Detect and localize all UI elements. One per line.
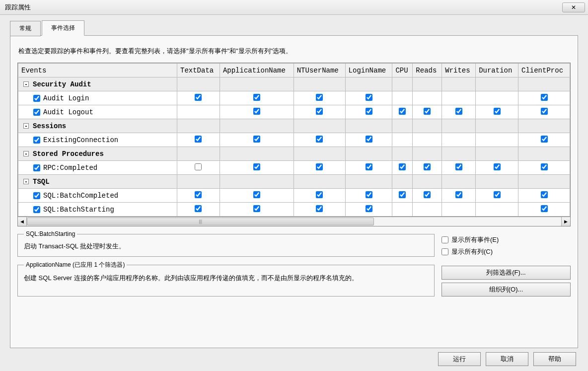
event-column-cell[interactable] [177, 203, 220, 217]
tab-events-selection[interactable]: 事件选择 [42, 20, 84, 36]
event-column-checkbox[interactable] [366, 191, 372, 198]
event-column-checkbox[interactable] [316, 205, 323, 212]
event-column-checkbox[interactable] [424, 163, 431, 170]
event-column-cell[interactable] [294, 189, 345, 203]
event-column-checkbox[interactable] [455, 108, 462, 115]
event-column-cell[interactable] [220, 133, 294, 147]
column-header[interactable]: Writes [442, 64, 476, 77]
event-column-cell[interactable] [442, 133, 476, 147]
event-column-cell[interactable] [518, 189, 570, 203]
event-column-checkbox[interactable] [366, 108, 372, 115]
event-column-cell[interactable] [442, 91, 476, 105]
event-enable-checkbox[interactable] [33, 109, 40, 116]
event-column-cell[interactable] [220, 105, 294, 119]
event-column-cell[interactable] [413, 203, 442, 217]
event-column-checkbox[interactable] [399, 163, 406, 170]
event-column-cell[interactable] [442, 105, 476, 119]
event-column-cell[interactable] [294, 91, 345, 105]
event-column-checkbox[interactable] [253, 136, 260, 143]
event-column-checkbox[interactable] [541, 163, 548, 170]
column-header[interactable]: CPU [392, 64, 413, 77]
event-column-cell[interactable] [476, 189, 518, 203]
event-column-cell[interactable] [177, 133, 220, 147]
tab-general[interactable]: 常规 [10, 21, 41, 36]
scroll-track[interactable]: ||| [27, 217, 561, 226]
event-column-cell[interactable] [392, 161, 413, 175]
event-column-checkbox[interactable] [494, 163, 501, 170]
column-header[interactable]: LoginName [345, 64, 392, 77]
event-column-checkbox[interactable] [541, 108, 548, 115]
event-enable-checkbox[interactable] [33, 95, 40, 102]
event-column-checkbox[interactable] [399, 108, 406, 115]
event-column-checkbox[interactable] [541, 191, 548, 198]
event-column-cell[interactable] [294, 105, 345, 119]
event-column-checkbox[interactable] [424, 191, 431, 198]
event-column-cell[interactable] [392, 105, 413, 119]
event-column-checkbox[interactable] [541, 94, 548, 101]
column-header[interactable]: ApplicationName [220, 64, 294, 77]
event-column-cell[interactable] [177, 189, 220, 203]
event-column-cell[interactable] [345, 91, 392, 105]
scroll-left-button[interactable]: ◀ [18, 217, 27, 226]
event-column-cell[interactable] [518, 161, 570, 175]
event-column-checkbox[interactable] [541, 205, 548, 212]
collapse-toggle-icon[interactable]: - [23, 179, 29, 184]
event-column-cell[interactable] [518, 91, 570, 105]
event-column-checkbox[interactable] [195, 205, 202, 212]
event-column-cell[interactable] [345, 133, 392, 147]
show-all-events-checkbox[interactable] [441, 236, 448, 243]
event-column-checkbox[interactable] [494, 108, 501, 115]
event-column-cell[interactable] [518, 203, 570, 217]
event-column-checkbox[interactable] [541, 136, 548, 143]
event-column-cell[interactable] [294, 161, 345, 175]
event-column-cell[interactable] [518, 105, 570, 119]
event-column-cell[interactable] [345, 161, 392, 175]
event-column-cell[interactable] [476, 161, 518, 175]
event-column-cell[interactable] [392, 133, 413, 147]
event-enable-checkbox[interactable] [33, 137, 40, 144]
event-column-checkbox[interactable] [253, 163, 260, 170]
event-column-cell[interactable] [442, 161, 476, 175]
horizontal-scrollbar[interactable]: ◀ ||| ▶ [17, 217, 571, 226]
event-enable-checkbox[interactable] [33, 192, 40, 199]
event-column-cell[interactable] [177, 161, 220, 175]
event-column-cell[interactable] [177, 91, 220, 105]
event-column-cell[interactable] [476, 105, 518, 119]
event-enable-checkbox[interactable] [33, 164, 40, 171]
show-all-columns-checkbox[interactable] [441, 248, 448, 255]
event-column-checkbox[interactable] [455, 163, 462, 170]
event-column-checkbox[interactable] [253, 191, 260, 198]
event-column-checkbox[interactable] [316, 136, 323, 143]
event-column-cell[interactable] [220, 203, 294, 217]
column-filters-button[interactable]: 列筛选器(F)... [441, 266, 571, 280]
column-header[interactable]: Events [18, 64, 177, 77]
event-column-checkbox[interactable] [253, 205, 260, 212]
collapse-toggle-icon[interactable]: - [23, 123, 29, 129]
event-column-checkbox[interactable] [366, 163, 372, 170]
event-column-checkbox[interactable] [253, 108, 260, 115]
event-column-cell[interactable] [345, 203, 392, 217]
collapse-toggle-icon[interactable]: - [23, 151, 29, 156]
event-column-cell[interactable] [294, 133, 345, 147]
event-column-cell[interactable] [518, 133, 570, 147]
event-column-checkbox[interactable] [195, 94, 202, 101]
event-column-checkbox[interactable] [316, 163, 323, 170]
event-column-cell[interactable] [413, 91, 442, 105]
collapse-toggle-icon[interactable]: - [23, 81, 29, 87]
event-column-cell[interactable] [413, 161, 442, 175]
event-column-cell[interactable] [392, 189, 413, 203]
event-column-cell[interactable] [413, 105, 442, 119]
close-button[interactable]: ✕ [562, 2, 585, 12]
help-button[interactable]: 帮助 [533, 352, 576, 366]
event-column-checkbox[interactable] [253, 94, 260, 101]
event-column-checkbox[interactable] [399, 191, 406, 198]
column-header[interactable]: TextData [177, 64, 220, 77]
show-all-events-option[interactable]: 显示所有事件(E) [441, 235, 571, 244]
event-column-cell[interactable] [345, 189, 392, 203]
event-column-cell[interactable] [476, 91, 518, 105]
event-column-checkbox[interactable] [195, 136, 202, 143]
event-column-cell[interactable] [345, 105, 392, 119]
event-column-checkbox[interactable] [494, 191, 501, 198]
event-column-cell[interactable] [220, 91, 294, 105]
event-column-checkbox[interactable] [316, 108, 323, 115]
